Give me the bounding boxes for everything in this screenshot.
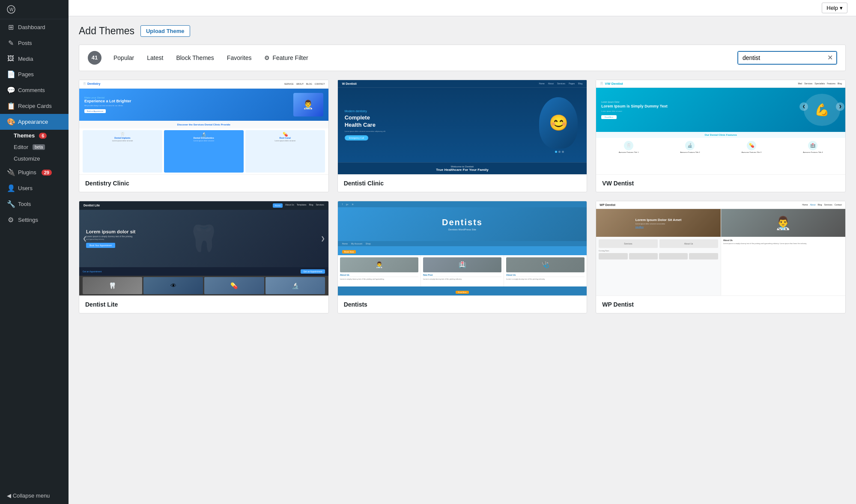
sidebar-item-recipe-cards[interactable]: 📋 Recipe Cards [0,98,69,114]
page-title: Add Themes [79,25,134,38]
help-label: Help [826,5,838,11]
theme-name: Dentists [344,301,581,308]
sidebar-item-label: Posts [18,40,32,46]
sidebar-item-label: Pages [18,71,34,78]
plugins-badge: 29 [42,170,52,176]
pages-icon: 📄 [7,70,15,78]
theme-count-badge: 41 [88,51,101,65]
collapse-arrow-icon: ◀ [7,492,11,499]
theme-name: WP Dentist [602,301,839,308]
tools-icon: 🔧 [7,200,15,208]
theme-info-dentistry-clinic: Dentistry Clinic [79,174,328,192]
posts-icon: ✎ [7,39,15,47]
tab-block-themes[interactable]: Block Themes [171,52,219,64]
theme-card-dentistry-clinic[interactable]: 🦷 Dentistry SERVICE ABOUT BLOG CONTACT M… [79,80,329,192]
topbar: Help ▾ [69,0,856,16]
comments-icon: 💬 [7,86,15,94]
help-button[interactable]: Help ▾ [822,3,847,13]
feature-filter-label: Feature Filter [272,54,308,61]
theme-preview-vw-dentist: 🦷 VW Dentist Med Services Specialists Fe… [596,80,845,174]
theme-preview-dentistry-clinic: 🦷 Dentistry SERVICE ABOUT BLOG CONTACT M… [79,80,328,174]
wp-logo: W [0,0,69,19]
theme-info-dentist-lite: Dentist Lite [79,295,328,313]
sidebar-item-label: Tools [18,201,31,207]
sub-item-label: Customize [14,155,40,162]
collapse-label: Collapse menu [13,492,50,499]
collapse-menu[interactable]: ◀ Collapse menu [0,487,69,504]
theme-info-dentisti-clinic: Dentisti Clinic [338,174,587,192]
page-header: Add Themes Upload Theme [79,25,846,38]
sub-item-label: Themes [14,132,35,139]
theme-name: VW Dentist [602,180,839,187]
theme-name: Dentisti Clinic [344,180,581,187]
svg-text:W: W [9,7,14,12]
tab-feature-filter[interactable]: ⚙ Feature Filter [259,52,313,64]
sidebar-item-media[interactable]: 🖼 Media [0,51,69,66]
theme-card-dentists[interactable]: f g+ in Dentists Dentists WordPress Site… [337,201,588,313]
theme-preview-dentisti-clinic: W Dentisti Home About Services Pages Blo… [338,80,587,174]
theme-card-vw-dentist[interactable]: 🦷 VW Dentist Med Services Specialists Fe… [596,80,846,192]
theme-preview-dentists: f g+ in Dentists Dentists WordPress Site… [338,201,587,295]
themes-badge: 6 [39,133,47,139]
sidebar-item-label: Dashboard [18,24,45,30]
sidebar-item-appearance[interactable]: 🎨 Appearance [0,114,69,130]
theme-name: Dentistry Clinic [85,180,322,187]
sidebar-item-settings[interactable]: ⚙ Settings [0,212,69,228]
sidebar-sub-customize[interactable]: Customize [0,153,69,164]
sidebar-item-posts[interactable]: ✎ Posts [0,35,69,51]
sidebar-item-label: Recipe Cards [18,103,52,109]
dashboard-icon: ⊞ [7,23,15,31]
tab-popular[interactable]: Popular [108,52,139,64]
help-arrow-icon: ▾ [840,5,843,11]
media-icon: 🖼 [7,55,15,63]
sidebar-item-label: Plugins [18,169,36,176]
theme-card-dentist-lite[interactable]: Dentist Lite Home About Us Templates Blo… [79,201,329,313]
sidebar: W ⊞ Dashboard ✎ Posts 🖼 Media 📄 Pages 💬 … [0,0,69,504]
sidebar-item-tools[interactable]: 🔧 Tools [0,196,69,212]
filter-bar: 41 Popular Latest Block Themes Favorites… [79,45,846,71]
sidebar-item-label: Media [18,56,33,62]
sidebar-item-label: Comments [18,87,45,93]
theme-preview-wp-dentist: WP Dentist Home About Blog Services Cont… [596,201,845,295]
sidebar-item-dashboard[interactable]: ⊞ Dashboard [0,19,69,35]
search-box: ✕ [738,51,837,64]
appearance-icon: 🎨 [7,118,15,126]
themes-grid: 🦷 Dentistry SERVICE ABOUT BLOG CONTACT M… [79,80,846,313]
sidebar-sub-editor[interactable]: Editor beta [0,141,69,153]
sidebar-sub-themes[interactable]: Themes 6 [0,130,69,141]
search-input[interactable] [738,52,824,64]
theme-card-dentisti-clinic[interactable]: W Dentisti Home About Services Pages Blo… [337,80,588,192]
sidebar-item-label: Settings [18,217,38,223]
theme-preview-dentist-lite: Dentist Lite Home About Us Templates Blo… [79,201,328,295]
recipe-cards-icon: 📋 [7,102,15,110]
upload-theme-button[interactable]: Upload Theme [140,25,190,37]
sidebar-item-plugins[interactable]: 🔌 Plugins 29 [0,164,69,180]
users-icon: 👤 [7,184,15,192]
tab-favorites[interactable]: Favorites [222,52,257,64]
gear-icon: ⚙ [264,54,270,61]
theme-card-wp-dentist[interactable]: WP Dentist Home About Blog Services Cont… [596,201,846,313]
page-content: Add Themes Upload Theme 41 Popular Lates… [69,16,856,504]
sidebar-item-pages[interactable]: 📄 Pages [0,66,69,82]
theme-info-vw-dentist: VW Dentist [596,174,845,192]
sidebar-item-label: Appearance [18,119,48,125]
search-clear-button[interactable]: ✕ [824,52,836,63]
plugins-icon: 🔌 [7,168,15,176]
sidebar-item-users[interactable]: 👤 Users [0,180,69,196]
wordpress-icon: W [7,5,15,14]
theme-name: Dentist Lite [85,301,322,308]
tab-latest[interactable]: Latest [142,52,168,64]
settings-icon: ⚙ [7,216,15,224]
theme-info-dentists: Dentists [338,295,587,313]
beta-badge: beta [33,144,45,150]
sidebar-item-label: Users [18,185,33,191]
sidebar-item-comments[interactable]: 💬 Comments [0,82,69,98]
main-content: Help ▾ Add Themes Upload Theme 41 Popula… [69,0,856,504]
sub-item-label: Editor [14,144,28,150]
theme-info-wp-dentist: WP Dentist [596,295,845,313]
